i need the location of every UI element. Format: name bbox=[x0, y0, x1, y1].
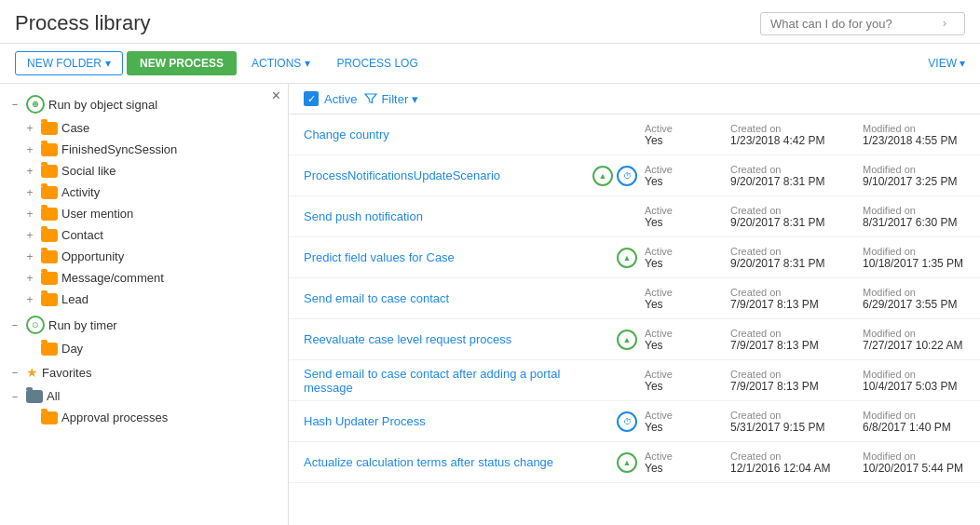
process-modified-block: Modified on10/20/2017 5:44 PM bbox=[863, 451, 965, 475]
tree-group-favorites-header[interactable]: − ★ Favorites bbox=[0, 361, 288, 384]
process-icons: ▲⏱ bbox=[589, 166, 645, 186]
modified-value: 10/4/2017 5:03 PM bbox=[863, 380, 965, 393]
created-label: Created on bbox=[730, 287, 833, 298]
process-created-block: Created on7/9/2017 8:13 PM bbox=[730, 369, 833, 393]
process-name-link[interactable]: Send push notification bbox=[304, 209, 589, 223]
active-filter-checkbox[interactable]: ✓ Active bbox=[304, 91, 357, 106]
folder-icon bbox=[41, 229, 58, 242]
tree-group-favorites: − ★ Favorites bbox=[0, 361, 288, 384]
process-modified-block: Modified on6/29/2017 3:55 PM bbox=[863, 287, 965, 311]
created-label: Created on bbox=[730, 205, 833, 216]
table-row: Send push notificationActiveYesCreated o… bbox=[289, 196, 980, 237]
tree-group-signal-header[interactable]: − ⊕ Run by object signal bbox=[0, 91, 288, 117]
tree-item-activity[interactable]: + Activity bbox=[0, 182, 288, 203]
tree-item-approvalprocesses[interactable]: Approval processes bbox=[0, 407, 288, 428]
modified-label: Modified on bbox=[863, 164, 965, 175]
search-box: › bbox=[760, 12, 965, 35]
filter-icon bbox=[364, 92, 377, 105]
tree-plus-icon: + bbox=[22, 272, 37, 285]
active-label: Active bbox=[645, 287, 701, 298]
modified-value: 6/29/2017 3:55 PM bbox=[863, 298, 965, 311]
timer-icon: ⊙ bbox=[26, 316, 45, 334]
tree-item-opportunity[interactable]: + Opportunity bbox=[0, 246, 288, 267]
modified-label: Modified on bbox=[863, 369, 965, 380]
tree-item-day[interactable]: Day bbox=[0, 338, 288, 359]
created-label: Created on bbox=[730, 451, 833, 462]
signal-icon: ⊕ bbox=[26, 95, 45, 114]
tree-item-messagecomment[interactable]: + Message/comment bbox=[0, 267, 288, 289]
table-row: Reevaluate case level request process▲Ac… bbox=[289, 319, 980, 360]
tree-group-all-header[interactable]: − All bbox=[0, 385, 288, 407]
created-label: Created on bbox=[730, 123, 833, 134]
process-icons: ▲ bbox=[589, 248, 645, 268]
active-value: Yes bbox=[645, 257, 701, 270]
process-meta: ActiveYesCreated on9/20/2017 8:31 PMModi… bbox=[645, 164, 965, 188]
tree-item-usermention[interactable]: + User mention bbox=[0, 203, 288, 224]
process-log-button[interactable]: PROCESS LOG bbox=[325, 52, 429, 74]
modified-value: 1/23/2018 4:55 PM bbox=[863, 134, 965, 147]
process-name-link[interactable]: Hash Updater Process bbox=[304, 414, 589, 428]
process-name-link[interactable]: Reevaluate case level request process bbox=[304, 332, 589, 346]
actions-button[interactable]: ACTIONS ▾ bbox=[240, 52, 321, 74]
tree-collapse-timer-icon: − bbox=[7, 319, 22, 330]
triangle-icon: ▲ bbox=[617, 248, 637, 268]
tree-label-day: Day bbox=[61, 342, 83, 356]
folder-icon bbox=[41, 143, 58, 156]
tree-item-case[interactable]: + Case bbox=[0, 117, 288, 139]
new-folder-button[interactable]: NEW FOLDER ▾ bbox=[15, 51, 123, 75]
process-modified-block: Modified on10/4/2017 5:03 PM bbox=[863, 369, 965, 393]
folder-icon bbox=[41, 165, 58, 178]
filter-bar: ✓ Active Filter ▾ bbox=[289, 84, 980, 114]
active-value: Yes bbox=[645, 298, 701, 311]
process-name-link[interactable]: Actualize calculation terms after status… bbox=[304, 455, 589, 469]
created-value: 9/20/2017 8:31 PM bbox=[730, 257, 833, 270]
tree-group-signal: − ⊕ Run by object signal + Case + Finish… bbox=[0, 91, 288, 310]
process-meta: ActiveYesCreated on9/20/2017 8:31 PMModi… bbox=[645, 246, 965, 270]
sidebar: × − ⊕ Run by object signal + Case + bbox=[0, 84, 289, 525]
active-label: Active bbox=[645, 205, 701, 216]
process-created-block: Created on9/20/2017 8:31 PM bbox=[730, 246, 833, 270]
process-modified-block: Modified on9/10/2017 3:25 PM bbox=[863, 164, 965, 188]
tree-label-approvalprocesses: Approval processes bbox=[61, 411, 168, 424]
tree-item-sociallike[interactable]: + Social like bbox=[0, 160, 288, 182]
tree-label-all: All bbox=[47, 389, 60, 403]
active-label: Active bbox=[645, 451, 701, 462]
modified-label: Modified on bbox=[863, 123, 965, 134]
modified-value: 10/18/2017 1:35 PM bbox=[863, 257, 965, 270]
created-label: Created on bbox=[730, 410, 833, 421]
tree-children-signal: + Case + FinishedSyncSession + Social li… bbox=[0, 117, 288, 310]
process-meta: ActiveYesCreated on7/9/2017 8:13 PMModif… bbox=[645, 328, 965, 352]
active-value: Yes bbox=[645, 380, 701, 393]
modified-label: Modified on bbox=[863, 328, 965, 339]
sidebar-close-button[interactable]: × bbox=[272, 88, 280, 104]
filter-button[interactable]: Filter ▾ bbox=[364, 92, 418, 106]
clock-icon: ⏱ bbox=[617, 411, 637, 432]
dropdown-arrow-icon: ▾ bbox=[105, 57, 111, 70]
process-meta: ActiveYesCreated on7/9/2017 8:13 PMModif… bbox=[645, 287, 965, 311]
process-name-link[interactable]: ProcessNotificationsUpdateScenario bbox=[304, 168, 589, 182]
new-process-button[interactable]: NEW PROCESS bbox=[127, 51, 237, 75]
created-value: 12/1/2016 12:04 AM bbox=[730, 462, 833, 475]
process-name-link[interactable]: Predict field values for Case bbox=[304, 250, 589, 264]
process-meta: ActiveYesCreated on7/9/2017 8:13 PMModif… bbox=[645, 369, 965, 393]
tree-item-contact[interactable]: + Contact bbox=[0, 224, 288, 246]
tree-item-lead[interactable]: + Lead bbox=[0, 289, 288, 310]
active-label: Active bbox=[645, 164, 701, 175]
tree-group-timer-header[interactable]: − ⊙ Run by timer bbox=[0, 312, 288, 338]
table-row: Change countryActiveYesCreated on1/23/20… bbox=[289, 114, 980, 155]
search-input[interactable] bbox=[770, 17, 943, 31]
tree-collapse-all-icon: − bbox=[7, 391, 22, 402]
search-chevron-icon: › bbox=[943, 17, 946, 30]
process-name-link[interactable]: Send email to case contact bbox=[304, 291, 589, 305]
view-button[interactable]: VIEW ▾ bbox=[928, 57, 965, 70]
favorites-star-icon: ★ bbox=[26, 365, 38, 380]
modified-label: Modified on bbox=[863, 205, 965, 216]
page-title: Process library bbox=[15, 11, 150, 35]
modified-label: Modified on bbox=[863, 451, 965, 462]
created-value: 5/31/2017 9:15 PM bbox=[730, 421, 833, 434]
tree-label-activity: Activity bbox=[61, 185, 100, 199]
process-name-link[interactable]: Send email to case contact after adding … bbox=[304, 367, 589, 395]
folder-icon bbox=[41, 208, 58, 221]
process-name-link[interactable]: Change country bbox=[304, 128, 589, 141]
tree-item-finishedsyncsession[interactable]: + FinishedSyncSession bbox=[0, 139, 288, 160]
